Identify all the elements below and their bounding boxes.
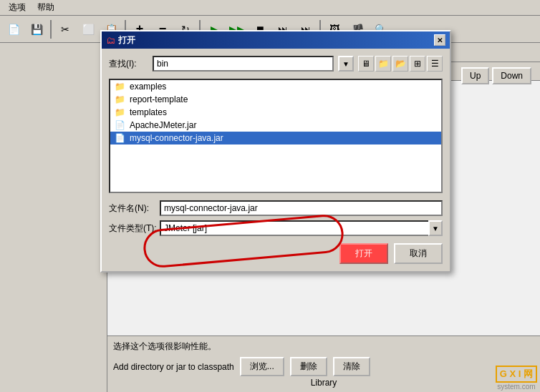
filetype-select[interactable]: JMeter [jar] [160,220,443,236]
modal-overlay: 🗂 打开 ✕ 查找(I): ▼ 🖥 📁 📂 ⊞ [0,0,540,392]
file-item-report-template[interactable]: 📁 report-template [110,93,441,106]
filetype-label: 文件类型(T): [109,222,155,235]
file-name-apache: ApacheJMeter.jar [130,120,196,130]
app-background: 选项 帮助 📄 💾 ✂ ⬜ 📋 + − ↻ ▶ ▶▶ ⏹ ⏭ ⏭ 🖼 🏴 🔍 测… [0,0,540,392]
file-name-report: report-template [130,94,188,104]
file-name-templates: templates [130,107,167,117]
dialog-titlebar: 🗂 打开 ✕ [102,31,450,49]
dialog-title-icon: 🗂 [106,35,115,46]
dialog-icon-5[interactable]: ☰ [427,56,443,72]
file-item-apachejmeter[interactable]: 📄 ApacheJMeter.jar [110,119,441,132]
find-row: 查找(I): ▼ 🖥 📁 📂 ⊞ ☰ [109,56,443,72]
file-icon-mysql: 📄 [115,133,125,143]
open-button[interactable]: 打开 [339,243,388,264]
filetype-select-wrap: JMeter [jar] ▼ [160,220,443,236]
file-name-mysql: mysql-connector-java.jar [130,133,223,143]
dialog-body: 查找(I): ▼ 🖥 📁 📂 ⊞ ☰ [102,49,450,271]
find-input[interactable] [153,56,334,72]
file-icon-apache: 📄 [115,120,125,130]
find-input-wrap [153,56,334,72]
cancel-button[interactable]: 取消 [394,243,443,264]
folder-icon-examples: 📁 [115,82,125,92]
filename-label: 文件名(N): [109,202,155,215]
filetype-row: 文件类型(T): JMeter [jar] ▼ [109,220,443,236]
folder-icon-templates: 📁 [115,107,125,117]
filename-row: 文件名(N): [109,200,443,216]
dialog-icon-3[interactable]: 📂 [392,56,408,72]
dialog-toolbar-icons: 🖥 📁 📂 ⊞ ☰ [358,56,443,72]
filename-input[interactable] [160,200,443,216]
file-list: 📁 examples 📁 report-template 📁 templates… [109,79,443,193]
find-label: 查找(I): [109,58,148,70]
dialog-icon-4[interactable]: ⊞ [410,56,425,72]
dialog-title-text: 打开 [118,34,434,46]
file-item-mysql[interactable]: 📄 mysql-connector-java.jar [110,132,441,144]
action-buttons: 打开 取消 [109,243,443,264]
folder-icon-report: 📁 [115,94,125,104]
file-item-examples[interactable]: 📁 examples [110,80,441,93]
file-name-examples: examples [130,82,166,92]
dialog-icon-2[interactable]: 📁 [375,56,391,72]
dialog-icon-1[interactable]: 🖥 [358,56,374,72]
find-dropdown-button[interactable]: ▼ [338,56,354,72]
dialog-close-button[interactable]: ✕ [434,34,445,46]
file-item-templates[interactable]: 📁 templates [110,106,441,119]
open-dialog: 🗂 打开 ✕ 查找(I): ▼ 🖥 📁 📂 ⊞ [100,30,451,273]
